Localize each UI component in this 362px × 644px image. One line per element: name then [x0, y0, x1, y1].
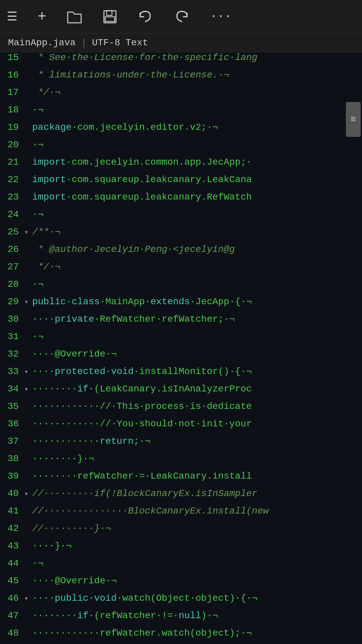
table-row: 40▾//·········if(!BlockCanaryEx.isInSamp… — [0, 488, 362, 506]
code-text: ·¬ — [32, 209, 44, 220]
code-text: //·········}·¬ — [32, 523, 111, 534]
line-number: 23 — [0, 192, 24, 202]
code-text: package·com.jecelyin.editor.v2;·¬ — [32, 122, 218, 132]
save-icon[interactable] — [103, 9, 117, 24]
line-number: 32 — [0, 349, 24, 359]
code-text: ·¬ — [32, 105, 44, 115]
table-row: 16 * limitations·under·the·License.·¬ — [0, 70, 362, 87]
code-text: * limitations·under·the·License.·¬ — [32, 70, 229, 80]
code-text: ·¬ — [32, 140, 44, 150]
table-row: 39········refWatcher·=·LeakCanary.instal… — [0, 471, 362, 488]
code-text: ····@Override·¬ — [32, 576, 117, 586]
table-row: 37············return;·¬ — [0, 436, 362, 453]
code-text: ········}·¬ — [32, 453, 94, 464]
table-row: 25▾/**·¬ — [0, 227, 362, 244]
table-row: 44·¬ — [0, 558, 362, 576]
fold-arrow[interactable]: ▾ — [24, 489, 32, 498]
line-number: 21 — [0, 157, 24, 167]
folder-icon[interactable] — [66, 9, 82, 24]
table-row: 47········if·(refWatcher·!=·null)·¬ — [0, 610, 362, 628]
filetype: Text — [125, 38, 148, 48]
code-text: import·com.jecelyin.common.app.JecApp;· — [32, 157, 252, 167]
table-row: 23import·com.squareup.leakcanary.RefWatc… — [0, 192, 362, 209]
encoding: UTF-8 — [92, 38, 120, 48]
code-text: ········if·(refWatcher·!=·null)·¬ — [32, 610, 218, 621]
code-text: import·com.squareup.leakcanary.RefWatch — [32, 192, 252, 202]
line-number: 34 — [0, 384, 24, 394]
code-text: import·com.squareup.leakcanary.LeakCana — [32, 174, 252, 185]
fold-arrow[interactable]: ▾ — [24, 385, 32, 394]
table-row: 28·¬ — [0, 279, 362, 297]
line-number: 15 — [0, 52, 24, 63]
scrollbar[interactable] — [346, 102, 361, 137]
table-row: 17 */·¬ — [0, 87, 362, 105]
line-number: 46 — [0, 593, 24, 603]
line-number: 18 — [0, 105, 24, 115]
separator: | — [81, 38, 87, 48]
line-number: 20 — [0, 140, 24, 150]
line-number: 38 — [0, 453, 24, 464]
code-text: ············return;·¬ — [32, 436, 150, 446]
line-number: 40 — [0, 488, 24, 499]
table-row: 26 * @author·Jecelyin·Peng·<jecelyin@g — [0, 244, 362, 262]
code-text: ····protected·void·installMonitor()·{·¬ — [32, 366, 252, 377]
line-number: 42 — [0, 523, 24, 534]
line-number: 24 — [0, 209, 24, 220]
redo-icon[interactable] — [174, 9, 190, 24]
fold-arrow[interactable]: ▾ — [24, 594, 32, 603]
line-number: 27 — [0, 262, 24, 272]
line-number: 30 — [0, 314, 24, 324]
table-row: 46▾····public·void·watch(Object·object)·… — [0, 593, 362, 610]
table-row: 33▾····protected·void·installMonitor()·{… — [0, 366, 362, 384]
code-text: * @author·Jecelyin·Peng·<jecelyin@g — [32, 244, 235, 255]
code-text: //···············BlockCanaryEx.install(n… — [32, 506, 269, 516]
table-row: 35············//·This·process·is·dedicat… — [0, 401, 362, 419]
statusbar: MainApp.java | UTF-8 Text — [0, 34, 362, 52]
line-number: 44 — [0, 558, 24, 569]
line-number: 16 — [0, 70, 24, 80]
code-text: ····private·RefWatcher·refWatcher;·¬ — [32, 314, 235, 324]
code-text: ············refWatcher.watch(object);·¬ — [32, 628, 252, 638]
line-number: 43 — [0, 541, 24, 551]
code-text: //·········if(!BlockCanaryEx.isInSampler — [32, 488, 257, 499]
line-number: 39 — [0, 471, 24, 481]
code-text: public·class·MainApp·extends·JecApp·{·¬ — [32, 297, 252, 307]
code-text: ····}·¬ — [32, 541, 72, 551]
table-row: 31·¬ — [0, 331, 362, 349]
fold-arrow[interactable]: ▾ — [24, 298, 32, 307]
table-row: 34▾········if·(LeakCanary.isInAnalyzerPr… — [0, 384, 362, 401]
line-number: 25 — [0, 227, 24, 237]
line-number: 29 — [0, 297, 24, 307]
menu-icon[interactable]: ☰ — [7, 9, 17, 24]
code-area[interactable]: 15 * See·the·License·for·the·specific·la… — [0, 52, 362, 644]
code-text: /**·¬ — [32, 227, 60, 237]
code-text: ····@Override·¬ — [32, 349, 117, 359]
line-number: 28 — [0, 279, 24, 289]
code-text: ············//·This·process·is·dedicate — [32, 401, 252, 412]
add-icon[interactable]: + — [38, 8, 46, 25]
code-text: ·¬ — [32, 279, 44, 289]
code-text: */·¬ — [32, 262, 60, 272]
table-row: 41//···············BlockCanaryEx.install… — [0, 506, 362, 523]
code-text: ········if·(LeakCanary.isInAnalyzerProc — [32, 384, 252, 394]
filename: MainApp.java — [8, 38, 76, 48]
table-row: 21import·com.jecelyin.common.app.JecApp;… — [0, 157, 362, 174]
table-row: 22import·com.squareup.leakcanary.LeakCan… — [0, 174, 362, 192]
fold-arrow[interactable]: ▾ — [24, 367, 32, 376]
table-row: 30····private·RefWatcher·refWatcher;·¬ — [0, 314, 362, 331]
undo-icon[interactable] — [137, 9, 154, 24]
table-row: 38········}·¬ — [0, 453, 362, 471]
line-number: 17 — [0, 87, 24, 98]
code-text: */·¬ — [32, 87, 60, 98]
more-icon[interactable]: ··· — [210, 10, 232, 23]
table-row: 32····@Override·¬ — [0, 349, 362, 366]
fold-arrow[interactable]: ▾ — [24, 228, 32, 237]
toolbar: ☰ + ··· — [0, 0, 362, 34]
line-number: 37 — [0, 436, 24, 446]
table-row: 29▾public·class·MainApp·extends·JecApp·{… — [0, 297, 362, 314]
svg-rect-1 — [107, 11, 112, 15]
table-row: 20·¬ — [0, 140, 362, 157]
code-text: ·¬ — [32, 331, 44, 342]
table-row: 15 * See·the·License·for·the·specific·la… — [0, 52, 362, 70]
table-row: 27 */·¬ — [0, 262, 362, 279]
